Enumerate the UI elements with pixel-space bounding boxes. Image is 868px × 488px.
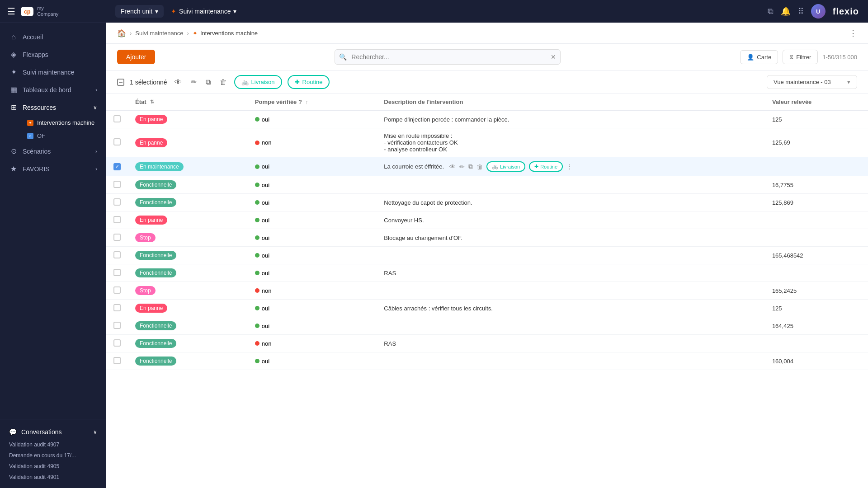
routine-button[interactable]: ✚ Routine — [288, 75, 330, 89]
sidebar-item-flexapps[interactable]: ◈ Flexapps — [0, 46, 106, 63]
row-checkbox[interactable]: ✓ — [113, 163, 121, 170]
routine-icon: ✚ — [534, 164, 538, 169]
table-row: Fonctionnelle oui Nettoyage du capot de … — [106, 194, 868, 211]
row-checkbox[interactable] — [113, 138, 121, 145]
row-checkbox[interactable] — [113, 339, 121, 347]
sidebar-item-suivi[interactable]: ✦ Suivi maintenance — [0, 63, 106, 81]
row-routine-button[interactable]: ✚ Routine — [529, 161, 563, 172]
row-checkbox[interactable] — [113, 234, 121, 241]
monitor-icon[interactable]: ⧉ — [768, 7, 774, 16]
row-checkbox[interactable] — [113, 286, 121, 294]
copy-icon[interactable]: ⧉ — [204, 76, 212, 88]
conversations-header[interactable]: 💬 Conversations ∨ — [0, 425, 106, 439]
sidebar-item-favoris[interactable]: ★ FAVORIS › — [0, 160, 106, 178]
sidebar-item-label: Flexapps — [23, 51, 48, 58]
carte-button[interactable]: 👤 Carte — [740, 50, 778, 64]
selection-bar: 1 sélectionné 👁 ✏ ⧉ 🗑 🚲 Livraison ✚ Rout… — [106, 70, 868, 94]
row-more-icon[interactable]: ⋮ — [566, 163, 573, 170]
th-pompe[interactable]: Pompe vérifiée ? ↑ — [248, 94, 377, 110]
row-valeur-cell: 16,7755 — [765, 176, 868, 194]
pompe-dot — [255, 235, 259, 240]
row-checkbox-cell[interactable] — [106, 264, 128, 282]
chevron-down-icon: ∨ — [93, 104, 97, 111]
edit-row-icon[interactable]: ✏ — [459, 163, 465, 170]
unit-selector[interactable]: French unit ▾ — [115, 5, 164, 18]
main-area: French unit ▾ ✦ Suivi maintenance ▾ ⧉ 🔔 … — [106, 0, 868, 488]
row-checkbox[interactable] — [113, 198, 121, 206]
row-checkbox-cell[interactable] — [106, 317, 128, 335]
more-options-icon[interactable]: ⋮ — [849, 28, 857, 38]
th-etat[interactable]: État ⇅ — [128, 94, 248, 110]
conversation-item[interactable]: Demande en cours du 17/... — [0, 450, 106, 461]
sidebar-item-tableaux[interactable]: ▦ Tableaux de bord › — [0, 81, 106, 99]
avatar[interactable]: U — [811, 4, 826, 19]
chevron-down-icon: ▾ — [233, 8, 236, 15]
add-button[interactable]: Ajouter — [117, 50, 155, 64]
row-checkbox[interactable] — [113, 304, 121, 311]
sidebar-item-scenarios[interactable]: ⊙ Scénarios › — [0, 142, 106, 160]
row-checkbox-cell[interactable] — [106, 352, 128, 370]
home-breadcrumb-icon[interactable]: 🏠 — [117, 29, 126, 38]
pompe-dot — [255, 288, 259, 293]
view-icon[interactable]: 👁 — [173, 76, 184, 88]
search-input[interactable] — [335, 49, 561, 65]
conversation-item[interactable]: Validation audit 4901 — [0, 472, 106, 483]
etat-badge: En panne — [135, 115, 167, 124]
filter-button[interactable]: ⧖ Filtrer — [783, 50, 818, 64]
search-clear-icon[interactable]: ✕ — [551, 53, 556, 61]
etat-badge: En maintenance — [135, 162, 184, 171]
row-checkbox-cell[interactable]: ✓ — [106, 157, 128, 176]
row-description-cell: Nettoyage du capot de protection. — [377, 194, 765, 211]
row-checkbox[interactable] — [113, 269, 121, 276]
row-checkbox-cell[interactable] — [106, 229, 128, 247]
row-checkbox-cell[interactable] — [106, 335, 128, 352]
conversation-item[interactable]: Validation audit 4907 — [0, 439, 106, 450]
row-checkbox-cell[interactable] — [106, 282, 128, 300]
row-checkbox-cell[interactable] — [106, 128, 128, 157]
table-row: En panne oui Câbles arrachés : vérifier … — [106, 300, 868, 317]
sort-icon[interactable]: ⇅ — [150, 99, 154, 105]
row-etat-cell: Fonctionnelle — [128, 176, 248, 194]
row-checkbox-cell[interactable] — [106, 110, 128, 128]
edit-icon[interactable]: ✏ — [189, 76, 198, 88]
vue-selector[interactable]: Vue maintenance - 03 ▾ — [767, 75, 857, 89]
sidebar-item-ressources[interactable]: ⊞ Ressources ∨ — [0, 99, 106, 116]
row-checkbox-cell[interactable] — [106, 211, 128, 229]
grid-icon[interactable]: ⠿ — [798, 6, 804, 16]
row-checkbox-cell[interactable] — [106, 194, 128, 211]
row-checkbox-cell[interactable] — [106, 300, 128, 317]
row-livraison-button[interactable]: 🚲 Livraison — [486, 161, 525, 172]
delete-row-icon[interactable]: 🗑 — [476, 163, 483, 170]
row-checkbox[interactable] — [113, 357, 121, 364]
row-checkbox[interactable] — [113, 251, 121, 258]
etat-badge: Fonctionnelle — [135, 339, 176, 348]
select-all-checkbox[interactable] — [117, 79, 124, 86]
sidebar-item-accueil[interactable]: ⌂ Accueil — [0, 28, 106, 46]
row-checkbox[interactable] — [113, 115, 121, 122]
valeur-text: 164,425 — [772, 323, 793, 329]
hamburger-icon[interactable]: ☰ — [7, 6, 15, 17]
row-checkbox[interactable] — [113, 322, 121, 329]
sidebar-item-label: Suivi maintenance — [23, 69, 74, 76]
bell-icon[interactable]: 🔔 — [781, 6, 791, 16]
module-selector[interactable]: ✦ Suivi maintenance ▾ — [171, 8, 236, 15]
livraison-button[interactable]: 🚲 Livraison — [234, 75, 282, 89]
sidebar-item-interventions[interactable]: ✦ Interventions machine — [18, 116, 106, 129]
row-checkbox-cell[interactable] — [106, 247, 128, 264]
breadcrumb-suivi[interactable]: Suivi maintenance — [135, 30, 183, 37]
row-pompe-cell: oui — [248, 176, 377, 194]
sidebar-subitem-label: Interventions machine — [37, 119, 94, 126]
row-checkbox-cell[interactable] — [106, 176, 128, 194]
sidebar-item-of[interactable]: ○ OF — [18, 129, 106, 142]
conversation-item[interactable]: Validation audit 4905 — [0, 461, 106, 472]
view-row-icon[interactable]: 👁 — [449, 163, 456, 170]
row-checkbox[interactable] — [113, 181, 121, 188]
row-pompe-cell: oui — [248, 352, 377, 370]
copy-row-icon[interactable]: ⧉ — [468, 163, 473, 170]
routine-icon: ✚ — [295, 79, 300, 85]
sort-icon[interactable]: ↑ — [306, 99, 308, 105]
search-box: 🔍 ✕ — [335, 49, 561, 65]
row-checkbox[interactable] — [113, 216, 121, 223]
delete-icon[interactable]: 🗑 — [218, 76, 229, 88]
breadcrumb-separator: › — [187, 30, 189, 37]
